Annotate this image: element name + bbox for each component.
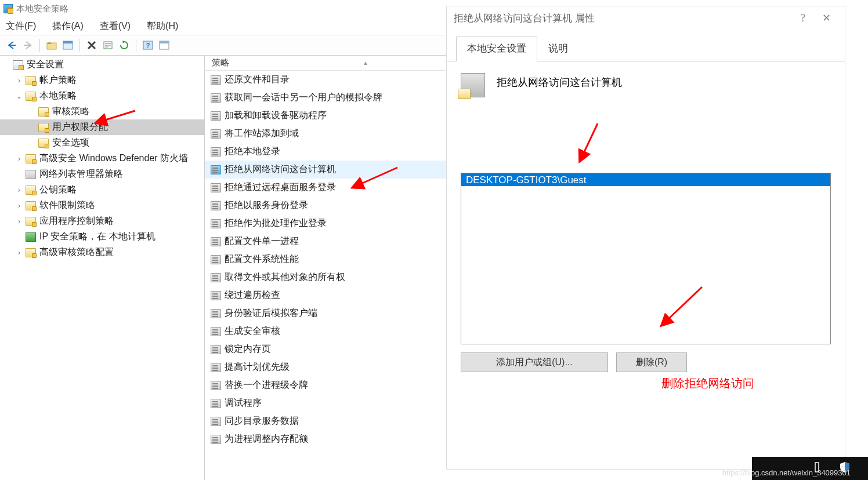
list-item[interactable]: 拒绝作为批处理作业登录 <box>205 214 447 232</box>
tree-item[interactable]: 网络列表管理器策略 <box>0 166 204 182</box>
policy-item-icon <box>211 237 221 246</box>
list-item[interactable]: 配置文件系统性能 <box>205 250 447 268</box>
menu-action[interactable]: 操作(A) <box>52 20 83 32</box>
tree-label: 本地策略 <box>39 90 77 102</box>
expander-icon[interactable]: › <box>15 202 23 210</box>
app-icon <box>3 4 13 13</box>
policy-item-icon <box>211 93 221 103</box>
list-item[interactable]: 提高计划优先级 <box>205 358 447 376</box>
view-icon[interactable] <box>157 38 171 52</box>
main-window: 本地安全策略 文件(F) 操作(A) 查看(V) 帮助(H) ? 安全设置›帐户… <box>0 0 447 480</box>
tree-item[interactable]: 审核策略 <box>0 104 204 119</box>
tree-item[interactable]: ›高级审核策略配置 <box>0 245 204 260</box>
list-item[interactable]: 将工作站添加到域 <box>205 125 447 143</box>
policy-item-icon <box>211 273 221 282</box>
menu-view[interactable]: 查看(V) <box>100 20 131 32</box>
expander-icon[interactable]: › <box>15 249 23 257</box>
list-item[interactable]: 身份验证后模拟客户端 <box>205 304 447 322</box>
list-item-label: 替换一个进程级令牌 <box>225 379 308 391</box>
delete-icon[interactable] <box>85 38 99 52</box>
list-item[interactable]: 拒绝本地登录 <box>205 143 447 161</box>
list-item[interactable]: 配置文件单一进程 <box>205 232 447 250</box>
tree-item[interactable]: ›公钥策略 <box>0 182 204 198</box>
list-item[interactable]: 绕过遍历检查 <box>205 286 447 304</box>
forward-icon[interactable] <box>21 38 35 52</box>
list-item-label: 身份验证后模拟客户端 <box>225 307 317 319</box>
help-button[interactable]: ? <box>791 12 815 24</box>
tree-item[interactable]: ›应用程序控制策略 <box>0 213 204 229</box>
folder-icon <box>38 107 49 117</box>
list-item-label: 锁定内存页 <box>225 343 271 355</box>
list-item[interactable]: 加载和卸载设备驱动程序 <box>205 107 447 125</box>
listbox-item-selected[interactable]: DESKTOP-G5TIOT3\Guest <box>461 173 830 186</box>
back-icon[interactable] <box>5 38 19 52</box>
list-item[interactable]: 同步目录服务数据 <box>205 412 447 430</box>
refresh-icon[interactable] <box>117 38 131 52</box>
column-policy[interactable]: 策略 <box>212 57 229 68</box>
list-item[interactable]: 生成安全审核 <box>205 322 447 340</box>
list-item[interactable]: 取得文件或其他对象的所有权 <box>205 268 447 286</box>
policy-item-icon <box>211 309 221 318</box>
add-user-button[interactable]: 添加用户或组(U)... <box>461 352 608 372</box>
properties-icon[interactable] <box>61 38 75 52</box>
list-item[interactable]: 拒绝通过远程桌面服务登录 <box>205 179 447 197</box>
folder-icon <box>26 201 36 210</box>
tree-root[interactable]: 安全设置 <box>0 57 204 72</box>
folder-icon <box>26 248 36 257</box>
tree-item[interactable]: IP 安全策略，在 本地计算机 <box>0 229 204 245</box>
tab-description[interactable]: 说明 <box>537 37 579 61</box>
users-listbox[interactable]: DESKTOP-G5TIOT3\Guest <box>461 173 831 344</box>
tree-item[interactable]: 安全选项 <box>0 135 204 151</box>
policy-item-icon <box>211 291 221 300</box>
list-item-label: 取得文件或其他对象的所有权 <box>225 271 345 283</box>
list-item-label: 拒绝通过远程桌面服务登录 <box>225 181 336 194</box>
policy-item-icon <box>211 147 221 157</box>
expander-icon[interactable]: › <box>15 217 23 226</box>
list-pane[interactable]: 策略 ▲ 还原文件和目录获取同一会话中另一个用户的模拟令牌加载和卸载设备驱动程序… <box>205 56 447 480</box>
policy-item-icon <box>211 129 221 139</box>
list-item-label: 为进程调整内存配额 <box>225 433 308 445</box>
dialog-title: 拒绝从网络访问这台计算机 属性 <box>454 12 595 25</box>
expander-icon[interactable]: › <box>15 155 23 163</box>
list-item[interactable]: 为进程调整内存配额 <box>205 430 447 448</box>
tree-item[interactable]: 用户权限分配 <box>0 119 204 135</box>
list-item[interactable]: 替换一个进程级令牌 <box>205 376 447 394</box>
list-item-label: 拒绝以服务身份登录 <box>225 199 308 212</box>
expander-icon[interactable]: › <box>15 77 23 85</box>
list-item[interactable]: 拒绝从网络访问这台计算机 <box>205 161 447 179</box>
menu-file[interactable]: 文件(F) <box>6 20 36 32</box>
tab-local-security[interactable]: 本地安全设置 <box>456 37 537 61</box>
list-item[interactable]: 调试程序 <box>205 394 447 412</box>
folder-icon <box>26 217 36 226</box>
sort-indicator-icon: ▲ <box>363 60 368 66</box>
list-item[interactable]: 还原文件和目录 <box>205 71 447 89</box>
list-column-header[interactable]: 策略 ▲ <box>205 56 447 71</box>
svg-rect-13 <box>840 467 849 467</box>
tree-pane[interactable]: 安全设置›帐户策略⌄本地策略 审核策略 用户权限分配 安全选项›高级安全 Win… <box>0 56 205 480</box>
tree-item[interactable]: ›软件限制策略 <box>0 198 204 213</box>
policy-item-icon <box>211 381 221 390</box>
tree-item[interactable]: ›帐户策略 <box>0 72 204 88</box>
menu-help[interactable]: 帮助(H) <box>147 20 178 32</box>
export-icon[interactable] <box>101 38 115 52</box>
expander-icon[interactable]: › <box>15 186 23 194</box>
close-button[interactable]: ✕ <box>815 12 838 24</box>
tree-item[interactable]: ⌄本地策略 <box>0 88 204 104</box>
list-item[interactable]: 拒绝以服务身份登录 <box>205 197 447 214</box>
policy-item-icon <box>211 201 221 210</box>
tree-label: IP 安全策略，在 本地计算机 <box>39 231 155 243</box>
list-item[interactable]: 获取同一会话中另一个用户的模拟令牌 <box>205 89 447 107</box>
tree-item[interactable]: ›高级安全 Windows Defender 防火墙 <box>0 151 204 166</box>
security-root-icon <box>13 60 23 70</box>
tree-label: 帐户策略 <box>39 74 77 86</box>
list-item[interactable]: 锁定内存页 <box>205 340 447 358</box>
help-icon[interactable]: ? <box>141 38 155 52</box>
expander-icon[interactable]: ⌄ <box>15 92 23 100</box>
up-folder-icon[interactable] <box>45 38 59 52</box>
policy-item-icon <box>211 165 221 174</box>
remove-button[interactable]: 删除(R) <box>616 352 687 372</box>
folder-icon <box>26 170 36 179</box>
list-item-label: 拒绝本地登录 <box>225 146 280 158</box>
dialog-titlebar[interactable]: 拒绝从网络访问这台计算机 属性 ? ✕ <box>447 6 845 30</box>
list-item-label: 还原文件和目录 <box>225 74 290 86</box>
